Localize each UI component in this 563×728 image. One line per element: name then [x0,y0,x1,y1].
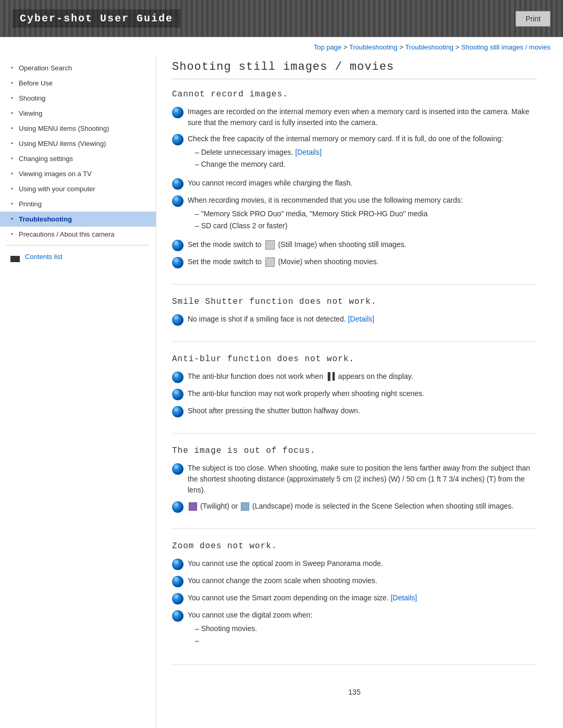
sub-list-item: Delete unnecessary images. [Details] [195,146,537,158]
list-icon [10,256,20,258]
sidebar-label: Using MENU items (Viewing) [19,140,150,147]
arrow-icon: ‣ [10,201,16,207]
list-item: The anti-blur function may not work prop… [172,388,537,400]
camera-icon [172,593,183,604]
item-text: You cannot record images while charging … [188,178,537,189]
section-zoom: Zoom does not work. You cannot use the o… [172,541,537,665]
camera-icon [172,314,183,326]
sidebar-label: Troubleshooting [19,215,150,223]
landscape-mode-icon [241,502,249,511]
sub-list-item: "Memory Stick PRO Duo" media, "Memory St… [195,208,537,220]
camera-icon [172,610,183,622]
camera-icon [172,195,183,207]
arrow-icon: ‣ [10,170,16,177]
sidebar-item-viewing-tv[interactable]: ‣ Viewing images on a TV [0,166,156,181]
item-text: You cannot use the digital zoom when: Sh… [188,610,537,649]
camera-icon [172,134,183,145]
item-text: Set the mode switch to (Still Image) whe… [188,239,537,250]
sub-list: Delete unnecessary images. [Details] Cha… [195,146,537,170]
arrow-icon: ‣ [10,140,16,147]
item-text: You cannot change the zoom scale when sh… [188,575,537,586]
list-item: You cannot record images while charging … [172,178,537,190]
item-text: The anti-blur function does not work whe… [188,371,537,382]
item-text: Shoot after pressing the shutter button … [188,405,537,416]
sidebar-item-menu-shooting[interactable]: ‣ Using MENU items (Shooting) [0,121,156,136]
breadcrumb-shooting-still[interactable]: Shooting still images / movies [461,43,550,51]
section-heading: The image is out of focus. [172,446,537,455]
item-text: Set the mode switch to (Movie) when shoo… [188,256,537,267]
camera-icon [172,389,183,400]
twilight-mode-icon [189,502,197,511]
sidebar-item-printing[interactable]: ‣ Printing [0,196,156,212]
details-link[interactable]: [Details] [390,594,417,602]
sidebar-label: Before Use [19,79,150,87]
sidebar-label: Viewing images on a TV [19,170,150,178]
item-text: The subject is too close. When shooting,… [188,463,537,496]
sub-list: "Memory Stick PRO Duo" media, "Memory St… [195,208,537,232]
camera-icon [172,372,183,383]
arrow-icon: ‣ [10,186,16,192]
page-title: Shooting still images / movies [172,60,537,79]
section-heading: Cannot record images. [172,90,537,99]
breadcrumb-troubleshooting-2[interactable]: Troubleshooting [405,43,454,51]
sidebar-item-before-use[interactable]: ‣ Before Use [0,76,156,91]
sidebar-item-viewing[interactable]: ‣ Viewing [0,106,156,121]
layout: ‣ Operation Search ‣ Before Use ‣ Shooti… [0,55,563,728]
arrow-icon: ‣ [10,65,16,71]
section-heading: Smile Shutter function does not work. [172,297,537,306]
sub-list-item: Shooting movies. [195,623,537,635]
page-number: 135 [172,677,537,701]
section-out-of-focus: The image is out of focus. The subject i… [172,446,537,529]
print-button[interactable]: Print [516,11,550,27]
breadcrumb-troubleshooting-1[interactable]: Troubleshooting [349,43,398,51]
details-link[interactable]: [Details] [295,148,322,156]
sidebar-item-precautions[interactable]: ‣ Precautions / About this camera [0,227,156,242]
item-text: The anti-blur function may not work prop… [188,388,537,399]
camera-icon [172,178,183,190]
app-title: Cyber-shot User Guide [13,9,180,28]
arrow-icon: ‣ [10,231,16,238]
camera-icon [172,501,183,513]
main-content: Shooting still images / movies Cannot re… [156,55,553,728]
header: Cyber-shot User Guide Print [0,0,563,37]
list-item: Set the mode switch to (Still Image) whe… [172,239,537,251]
item-text: (Twilight) or (Landscape) mode is select… [188,501,537,512]
item-text: When recording movies, it is recommended… [188,195,537,234]
list-item: Set the mode switch to (Movie) when shoo… [172,256,537,268]
arrow-icon: ‣ [10,155,16,162]
list-item: The subject is too close. When shooting,… [172,463,537,496]
sidebar-item-troubleshooting[interactable]: ‣ Troubleshooting [0,212,156,227]
sidebar-item-menu-viewing[interactable]: ‣ Using MENU items (Viewing) [0,136,156,151]
camera-icon [172,559,183,570]
sidebar-item-shooting[interactable]: ‣ Shooting [0,91,156,106]
list-item: You cannot use the Smart zoom depending … [172,593,537,604]
sidebar: ‣ Operation Search ‣ Before Use ‣ Shooti… [0,55,156,728]
breadcrumb-top[interactable]: Top page [314,43,342,51]
sidebar-label: Changing settings [19,155,150,163]
list-item: When recording movies, it is recommended… [172,195,537,234]
arrow-icon: ‣ [10,125,16,132]
camera-icon [172,406,183,417]
camera-icon [172,257,183,268]
item-text: Images are recorded on the internal memo… [188,106,537,128]
still-image-mode-icon [265,240,275,250]
arrow-icon: ‣ [10,95,16,102]
sidebar-item-operation-search[interactable]: ‣ Operation Search [0,60,156,76]
section-anti-blur: Anti-blur function does not work. The an… [172,354,537,434]
sidebar-label: Precautions / About this camera [19,230,150,238]
sidebar-item-using-computer[interactable]: ‣ Using with your computer [0,181,156,196]
section-cannot-record: Cannot record images. Images are recorde… [172,90,537,285]
list-item: Check the free capacity of the internal … [172,133,537,172]
sidebar-label: Operation Search [19,64,150,72]
sidebar-label: Using with your computer [19,185,150,193]
camera-icon [172,576,183,587]
arrow-icon: ‣ [10,216,16,223]
list-item: The anti-blur function does not work whe… [172,371,537,383]
details-link[interactable]: [Details] [348,315,374,323]
item-text: No image is shot if a smiling face is no… [188,314,537,325]
sidebar-item-changing-settings[interactable]: ‣ Changing settings [0,151,156,166]
list-item: No image is shot if a smiling face is no… [172,314,537,326]
section-smile-shutter: Smile Shutter function does not work. No… [172,297,537,342]
contents-list-link[interactable]: Contents list [0,249,156,265]
sidebar-label: Shooting [19,94,150,102]
